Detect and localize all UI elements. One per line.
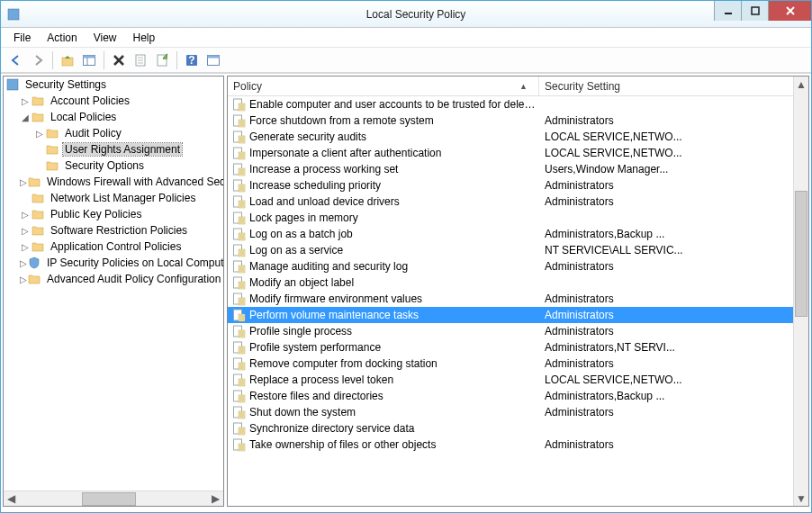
expander-icon[interactable]: ▷ xyxy=(20,226,31,236)
window-title: Local Security Policy xyxy=(21,8,811,21)
policy-name: Log on as a service xyxy=(249,244,539,256)
policy-row[interactable]: Take ownership of files or other objects… xyxy=(228,436,793,453)
expander-icon[interactable]: ▷ xyxy=(34,129,45,139)
tree-horizontal-scrollbar[interactable]: ◀ ▶ xyxy=(4,490,223,506)
scroll-thumb[interactable] xyxy=(795,191,807,317)
tree-pane: Security Settings ▷Account Policies◢Loca… xyxy=(3,76,224,507)
expander-icon[interactable]: ◢ xyxy=(20,112,31,122)
forward-button[interactable] xyxy=(28,50,48,70)
folder-icon xyxy=(31,110,45,124)
tree-item[interactable]: User Rights Assignment xyxy=(4,141,223,158)
list-body[interactable]: Enable computer and user accounts to be … xyxy=(228,96,793,506)
policy-row[interactable]: Impersonate a client after authenticatio… xyxy=(228,145,793,161)
policy-icon xyxy=(231,97,246,112)
policy-row[interactable]: Force shutdown from a remote systemAdmin… xyxy=(228,112,793,129)
tree-item[interactable]: ▷Software Restriction Policies xyxy=(4,222,223,238)
tree-item[interactable]: ▷Public Key Policies xyxy=(4,206,223,222)
tree-body[interactable]: Security Settings ▷Account Policies◢Loca… xyxy=(4,76,223,490)
tree-item[interactable]: Network List Manager Policies xyxy=(4,190,223,206)
policy-row[interactable]: Generate security auditsLOCAL SERVICE,NE… xyxy=(228,129,793,145)
policy-row[interactable]: Profile single processAdministrators xyxy=(228,323,793,339)
policy-row[interactable]: Restore files and directoriesAdministrat… xyxy=(228,388,793,404)
expander-icon[interactable]: ▷ xyxy=(20,274,27,284)
policy-name: Synchronize directory service data xyxy=(249,422,539,435)
delete-button[interactable] xyxy=(109,50,129,70)
tree-item[interactable]: ◢Local Policies xyxy=(4,109,223,125)
tree-item[interactable]: ▷Advanced Audit Policy Configuration xyxy=(4,271,223,287)
policy-icon xyxy=(231,340,246,355)
policy-icon xyxy=(231,356,246,371)
policy-row[interactable]: Load and unload device driversAdministra… xyxy=(228,194,793,210)
policy-row[interactable]: Manage auditing and security logAdminist… xyxy=(228,258,793,274)
tree-item[interactable]: ▷Account Policies xyxy=(4,93,223,109)
svg-rect-20 xyxy=(7,79,18,90)
policy-row[interactable]: Lock pages in memory xyxy=(228,210,793,226)
folder-icon xyxy=(31,207,45,221)
menu-view[interactable]: View xyxy=(86,30,124,46)
scroll-thumb[interactable] xyxy=(82,492,136,506)
menu-file[interactable]: File xyxy=(6,30,38,46)
toolbar: ? xyxy=(1,48,811,73)
refresh-button[interactable] xyxy=(203,50,223,70)
up-button[interactable] xyxy=(58,50,77,70)
folder-icon xyxy=(31,191,45,205)
folder-icon xyxy=(27,272,41,286)
policy-row[interactable]: Remove computer from docking stationAdmi… xyxy=(228,356,793,372)
tree-item-label: Security Options xyxy=(63,159,146,172)
policy-icon xyxy=(231,178,246,193)
scroll-down-icon[interactable]: ▼ xyxy=(794,490,808,506)
policy-name: Perform volume maintenance tasks xyxy=(249,309,539,321)
scroll-up-icon[interactable]: ▲ xyxy=(794,76,808,92)
sort-ascending-icon: ▲ xyxy=(519,82,528,91)
expander-icon[interactable]: ▷ xyxy=(20,96,31,106)
minimize-button[interactable] xyxy=(714,1,741,21)
policy-row[interactable]: Modify firmware environment valuesAdmini… xyxy=(228,291,793,307)
policy-icon xyxy=(231,194,246,209)
policy-icon xyxy=(231,421,246,436)
expander-icon[interactable]: ▷ xyxy=(20,258,27,268)
menu-help[interactable]: Help xyxy=(126,30,163,46)
tree-item[interactable]: ▷Windows Firewall with Advanced Secu xyxy=(4,174,223,190)
menu-action[interactable]: Action xyxy=(40,30,84,46)
scroll-right-icon[interactable]: ▶ xyxy=(208,491,223,507)
policy-row[interactable]: Modify an object label xyxy=(228,274,793,291)
expander-icon[interactable]: ▷ xyxy=(20,177,27,187)
close-button[interactable] xyxy=(768,1,811,21)
policy-setting: Administrators xyxy=(539,357,793,370)
scroll-left-icon[interactable]: ◀ xyxy=(4,491,19,507)
policy-setting: Administrators xyxy=(539,292,793,305)
policy-setting: Administrators,Backup ... xyxy=(539,228,793,240)
show-hide-tree-button[interactable] xyxy=(79,50,99,70)
policy-row[interactable]: Synchronize directory service data xyxy=(228,420,793,436)
expander-icon[interactable]: ▷ xyxy=(20,210,31,220)
policy-row[interactable]: Shut down the systemAdministrators xyxy=(228,404,793,420)
policy-icon xyxy=(231,259,246,274)
export-button[interactable] xyxy=(152,50,172,70)
policy-row[interactable]: Profile system performanceAdministrators… xyxy=(228,339,793,356)
tree-root[interactable]: Security Settings xyxy=(4,76,223,93)
policy-row[interactable]: Replace a process level tokenLOCAL SERVI… xyxy=(228,372,793,388)
policy-name: Load and unload device drivers xyxy=(249,195,539,208)
policy-row[interactable]: Enable computer and user accounts to be … xyxy=(228,96,793,112)
tree-item[interactable]: ▷IP Security Policies on Local Compute xyxy=(4,255,223,271)
expander-icon[interactable]: ▷ xyxy=(20,242,31,252)
policy-row[interactable]: Increase scheduling priorityAdministrato… xyxy=(228,177,793,194)
back-button[interactable] xyxy=(6,50,26,70)
policy-setting: Administrators,NT SERVI... xyxy=(539,341,793,354)
maximize-button[interactable] xyxy=(741,1,768,21)
policy-row[interactable]: Log on as a batch jobAdministrators,Back… xyxy=(228,226,793,242)
policy-row[interactable]: Log on as a serviceNT SERVICE\ALL SERVIC… xyxy=(228,242,793,258)
policy-name: Impersonate a client after authenticatio… xyxy=(249,147,539,159)
column-header-policy[interactable]: Policy ▲ xyxy=(228,76,539,95)
properties-button[interactable] xyxy=(131,50,150,70)
column-header-security-setting[interactable]: Security Setting xyxy=(539,76,808,95)
policy-icon xyxy=(231,130,246,144)
tree-item[interactable]: Security Options xyxy=(4,158,223,174)
tree-item[interactable]: ▷Application Control Policies xyxy=(4,238,223,255)
help-button[interactable]: ? xyxy=(182,50,202,70)
policy-icon xyxy=(231,227,246,241)
policy-row[interactable]: Increase a process working setUsers,Wind… xyxy=(228,161,793,177)
list-vertical-scrollbar[interactable]: ▲ ▼ xyxy=(793,76,808,506)
policy-row[interactable]: Perform volume maintenance tasksAdminist… xyxy=(228,307,793,323)
tree-item[interactable]: ▷Audit Policy xyxy=(4,125,223,141)
